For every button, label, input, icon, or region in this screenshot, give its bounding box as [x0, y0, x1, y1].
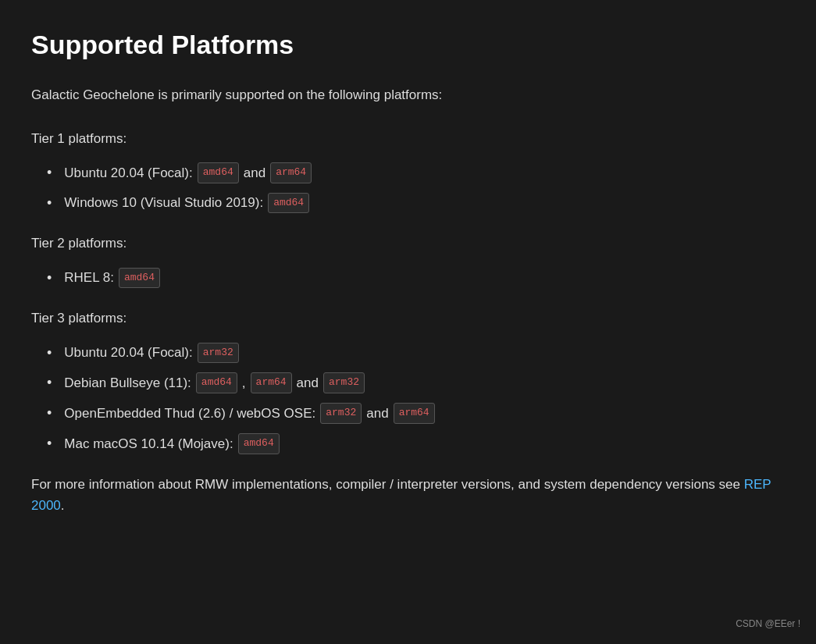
footer-note: For more information about RMW implement…: [31, 474, 785, 516]
platform-name: RHEL 8:: [64, 267, 114, 288]
arch-badge: amd64: [238, 433, 280, 454]
arch-badge: arm64: [394, 403, 435, 424]
list-item: RHEL 8: amd64: [47, 267, 785, 290]
arch-badge: amd64: [198, 162, 239, 183]
arch-badge: amd64: [196, 372, 237, 393]
platform-name: Ubuntu 20.04 (Focal):: [64, 342, 192, 363]
tier3-heading: Tier 3 platforms:: [31, 308, 785, 329]
watermark: CSDN @EEer !: [736, 617, 800, 632]
list-item: Debian Bullseye (11): amd64 , arm64 and …: [47, 372, 785, 394]
tier2-heading: Tier 2 platforms:: [31, 233, 785, 254]
page-title: Supported Platforms: [31, 23, 785, 66]
arch-badge: arm32: [198, 343, 239, 364]
arch-badge: arm64: [270, 162, 312, 183]
arch-badge: amd64: [119, 268, 160, 289]
separator-text: and: [297, 372, 319, 393]
arch-badge: arm32: [320, 403, 362, 424]
list-item: Ubuntu 20.04 (Focal): arm32: [47, 342, 785, 365]
platform-name: Debian Bullseye (11):: [64, 372, 191, 393]
separator-text: and: [244, 162, 265, 183]
separator-text: and: [366, 403, 388, 424]
platform-name: Ubuntu 20.04 (Focal):: [64, 162, 192, 183]
footer-text-after: .: [61, 498, 65, 513]
platform-name: Windows 10 (Visual Studio 2019):: [64, 192, 263, 213]
footer-text-before: For more information about RMW implement…: [31, 477, 744, 492]
tier2-list: RHEL 8: amd64: [31, 267, 785, 290]
intro-text: Galactic Geochelone is primarily support…: [31, 84, 785, 105]
arch-badge: amd64: [268, 193, 309, 214]
arch-badge: arm64: [251, 372, 292, 393]
list-item: Ubuntu 20.04 (Focal): amd64 and arm64: [47, 162, 785, 184]
platform-name: Mac macOS 10.14 (Mojave):: [64, 433, 233, 454]
separator-text: ,: [242, 372, 246, 393]
list-item: OpenEmbedded Thud (2.6) / webOS OSE: arm…: [47, 402, 785, 425]
tier1-heading: Tier 1 platforms:: [31, 128, 785, 149]
list-item: Mac macOS 10.14 (Mojave): amd64: [47, 432, 785, 455]
tier1-list: Ubuntu 20.04 (Focal): amd64 and arm64 Wi…: [31, 162, 785, 215]
list-item: Windows 10 (Visual Studio 2019): amd64: [47, 192, 785, 215]
platform-name: OpenEmbedded Thud (2.6) / webOS OSE:: [64, 403, 315, 424]
arch-badge: arm32: [323, 372, 365, 393]
tier3-list: Ubuntu 20.04 (Focal): arm32 Debian Bulls…: [31, 342, 785, 455]
